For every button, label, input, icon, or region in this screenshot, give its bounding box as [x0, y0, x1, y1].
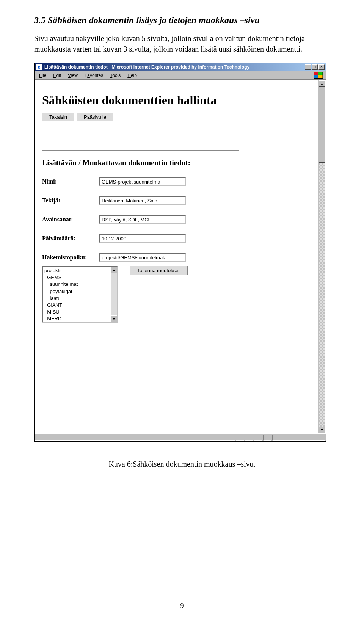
input-tekija[interactable]: [99, 196, 186, 205]
figure-caption: Kuva 6:Sähköisen dokumentin muokkaus –si…: [34, 460, 330, 469]
row-nimi: Nimi:: [42, 177, 312, 186]
browser-window: e Lisättävän dokumentin tiedot - Microso…: [34, 63, 326, 442]
directory-listbox[interactable]: projektit GEMS suunnitelmat pöytäkirjat …: [42, 266, 118, 323]
content-area: Sähköisten dokumenttien hallinta Takaisi…: [35, 80, 318, 433]
status-cell-3: [254, 435, 262, 441]
save-button[interactable]: Tallenna muutokset: [129, 266, 188, 275]
intro-paragraph: Sivu avautuu näkyville joko kuvan 5 sivu…: [34, 33, 330, 54]
scroll-up-icon[interactable]: ▲: [319, 80, 325, 87]
back-button[interactable]: Takaisin: [42, 113, 74, 121]
section-heading: 3.5 Sähköisen dokumentin lisäys ja tieto…: [34, 15, 330, 25]
menu-favorites[interactable]: Favorites: [82, 72, 106, 79]
menu-edit[interactable]: Edit: [50, 72, 64, 79]
input-nimi[interactable]: [99, 177, 186, 186]
title-bar: e Lisättävän dokumentin tiedot - Microso…: [35, 63, 326, 71]
menu-bar: File Edit View Favorites Tools Help: [35, 71, 326, 80]
listbox-scrollbar[interactable]: ▲ ▼: [111, 267, 117, 322]
row-paivamaara: Päivämäärä:: [42, 234, 312, 243]
window-title: Lisättävän dokumentin tiedot - Microsoft…: [44, 64, 249, 70]
divider: [42, 150, 239, 151]
status-cell-1: [236, 435, 244, 441]
minimize-button[interactable]: _: [305, 64, 311, 70]
scroll-down-icon[interactable]: ▼: [319, 427, 325, 433]
page-scrollbar[interactable]: ▲ ▼: [318, 80, 325, 433]
scroll-down-icon[interactable]: ▼: [111, 315, 117, 322]
status-cell-4: [263, 435, 271, 441]
status-bar: [35, 434, 326, 441]
status-cell-2: [245, 435, 253, 441]
home-button[interactable]: Pääsivulle: [77, 113, 113, 121]
row-hakemistopolku: Hakemistopolku:: [42, 253, 312, 262]
ie-icon: e: [36, 64, 42, 70]
status-cell-zone: [272, 435, 325, 441]
label-hakemistopolku: Hakemistopolku:: [42, 254, 99, 261]
row-tekija: Tekijä:: [42, 196, 312, 205]
scroll-up-icon[interactable]: ▲: [111, 267, 117, 273]
windows-flag-icon: [314, 72, 323, 79]
label-avainsanat: Avainsanat:: [42, 216, 99, 223]
label-paivamaara: Päivämäärä:: [42, 235, 99, 242]
menu-help[interactable]: Help: [124, 72, 140, 79]
maximize-button[interactable]: □: [312, 64, 318, 70]
input-hakemistopolku[interactable]: [99, 253, 186, 262]
scroll-track[interactable]: [319, 87, 325, 427]
page-heading: Sähköisten dokumenttien hallinta: [42, 93, 312, 107]
input-avainsanat[interactable]: [99, 215, 186, 224]
label-nimi: Nimi:: [42, 178, 99, 185]
label-tekija: Tekijä:: [42, 197, 99, 204]
scroll-thumb[interactable]: [319, 87, 325, 163]
scroll-track[interactable]: [111, 273, 117, 315]
content-frame: Sähköisten dokumenttien hallinta Takaisi…: [35, 80, 326, 434]
page-number: 9: [180, 602, 184, 610]
menu-view[interactable]: View: [65, 72, 81, 79]
menu-file[interactable]: File: [36, 72, 49, 79]
form-subheading: Lisättävän / Muokattavan dokumentin tied…: [42, 158, 312, 167]
row-avainsanat: Avainsanat:: [42, 215, 312, 224]
menu-tools[interactable]: Tools: [107, 72, 124, 79]
status-cell-main: [35, 435, 235, 441]
input-paivamaara[interactable]: [99, 234, 186, 243]
listbox-content: projektit GEMS suunnitelmat pöytäkirjat …: [43, 267, 111, 322]
close-button[interactable]: ×: [318, 64, 325, 70]
